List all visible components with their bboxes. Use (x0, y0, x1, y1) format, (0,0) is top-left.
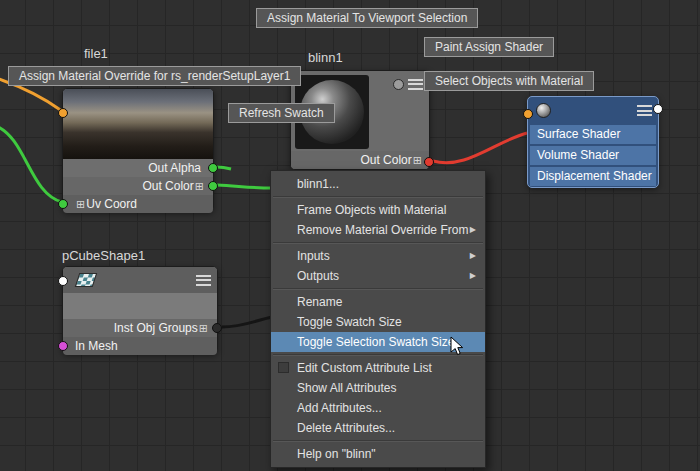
node-state-dot[interactable] (393, 79, 404, 90)
menu-item-inputs[interactable]: Inputs▶ (271, 246, 485, 266)
refresh-swatch-button[interactable]: Refresh Swatch (228, 103, 335, 123)
displacement-shader-label: Displacement Shader (537, 169, 652, 183)
menu-item-rename[interactable]: Rename (271, 292, 485, 312)
node-title-blinn1: blinn1 (308, 50, 343, 65)
file1-texture-swatch (63, 89, 213, 159)
mesh-checker-icon (75, 273, 98, 287)
sg-input-port[interactable] (523, 109, 533, 119)
menu-separator (273, 242, 483, 244)
pcube-in-mesh-port[interactable] (58, 341, 68, 351)
file1-row-out-color[interactable]: Out Color⊞ (63, 177, 213, 195)
mouse-cursor (450, 336, 468, 358)
file1-out-alpha-port[interactable] (208, 163, 218, 173)
menu-item-toggle-swatch-size[interactable]: Toggle Swatch Size (271, 312, 485, 332)
pcube-header (63, 267, 217, 293)
wire-green-outcolor (217, 185, 272, 188)
pcube-header-port[interactable] (58, 276, 68, 286)
menu-item-frame-objects[interactable]: Frame Objects with Material (271, 200, 485, 220)
node-pcubeshape1[interactable]: Inst Obj Groups⊞ In Mesh (62, 266, 218, 354)
out-alpha-label: Out Alpha (148, 161, 201, 175)
wire-green-to-uvcoord (0, 126, 62, 202)
node-shading-group[interactable]: Surface Shader Volume Shader Displacemen… (527, 96, 659, 188)
pcube-row-inst-obj-groups[interactable]: Inst Obj Groups⊞ (63, 319, 217, 337)
in-mesh-label: In Mesh (75, 339, 118, 353)
file1-row-uv-coord[interactable]: ⊞Uv Coord (63, 195, 213, 213)
expand-box-icon[interactable]: ⊞ (198, 322, 209, 334)
menu-separator (273, 288, 483, 290)
pcube-row-in-mesh[interactable]: In Mesh (63, 337, 217, 355)
node-title-pcubeshape1: pCubeShape1 (62, 248, 145, 263)
uv-coord-label: Uv Coord (86, 197, 137, 211)
pcube-inst-obj-groups-port[interactable] (212, 323, 222, 333)
menu-item-label: Edit Custom Attribute List (297, 361, 432, 375)
expand-box-icon[interactable]: ⊞ (194, 180, 205, 192)
out-color-label: Out Color (360, 153, 411, 167)
context-menu: blinn1... Frame Objects with Material Re… (270, 170, 486, 468)
surface-shader-label: Surface Shader (537, 127, 620, 141)
shading-group-sphere-icon (536, 103, 551, 118)
out-color-label: Out Color (142, 179, 193, 193)
pcube-swatch-band (63, 293, 217, 319)
node-title-file1: file1 (84, 46, 108, 61)
menu-item-label: Remove Material Override From (297, 223, 468, 237)
wire-dark-instobjgroups (222, 317, 272, 327)
blinn1-out-color-port[interactable] (424, 157, 434, 167)
sg-row-displacement-shader[interactable]: Displacement Shader (530, 167, 656, 186)
hamburger-menu-icon[interactable] (196, 275, 211, 286)
menu-item-show-all-attributes[interactable]: Show All Attributes (271, 378, 485, 398)
select-objects-with-material-button[interactable]: Select Objects with Material (424, 71, 594, 91)
menu-item-label: Outputs (297, 269, 339, 283)
submenu-arrow-icon: ▶ (470, 220, 476, 240)
context-menu-title: blinn1... (271, 174, 485, 194)
menu-separator (273, 440, 483, 442)
submenu-arrow-icon: ▶ (470, 246, 476, 266)
menu-item-remove-material-override[interactable]: Remove Material Override From▶ (271, 220, 485, 240)
inst-obj-groups-label: Inst Obj Groups (114, 321, 198, 335)
blinn1-row-out-color[interactable]: Out Color⊞ (291, 151, 429, 169)
paint-assign-shader-button[interactable]: Paint Assign Shader (424, 37, 554, 57)
node-file1[interactable]: Out Alpha Out Color⊞ ⊞Uv Coord (62, 88, 214, 212)
menu-item-label: Inputs (297, 249, 330, 263)
file1-row-out-alpha[interactable]: Out Alpha (63, 159, 213, 177)
submenu-arrow-icon: ▶ (470, 266, 476, 286)
wire-green-outalpha-stub (217, 167, 231, 169)
menu-item-edit-custom-attribute-list[interactable]: Edit Custom Attribute List (271, 358, 485, 378)
menu-item-add-attributes[interactable]: Add Attributes... (271, 398, 485, 418)
expand-box-icon[interactable]: ⊞ (412, 154, 423, 166)
file1-out-color-port[interactable] (208, 181, 218, 191)
menu-item-outputs[interactable]: Outputs▶ (271, 266, 485, 286)
sg-row-surface-shader[interactable]: Surface Shader (530, 125, 656, 144)
hamburger-menu-icon[interactable] (408, 79, 423, 90)
file1-uv-coord-port[interactable] (58, 199, 68, 209)
sg-output-port[interactable] (653, 104, 663, 114)
hamburger-menu-icon[interactable] (637, 105, 652, 116)
file1-input-port[interactable] (58, 108, 68, 118)
menu-item-delete-attributes[interactable]: Delete Attributes... (271, 418, 485, 438)
menu-item-help-on-blinn[interactable]: Help on "blinn" (271, 444, 485, 464)
assign-material-override-button[interactable]: Assign Material Override for rs_renderSe… (8, 66, 301, 86)
checkbox-icon[interactable] (278, 362, 289, 373)
sg-row-volume-shader[interactable]: Volume Shader (530, 146, 656, 165)
volume-shader-label: Volume Shader (537, 148, 619, 162)
wire-red-outcolor-to-sg (433, 133, 527, 163)
assign-material-viewport-button[interactable]: Assign Material To Viewport Selection (256, 8, 478, 28)
expand-box-icon[interactable]: ⊞ (75, 198, 86, 210)
menu-separator (273, 196, 483, 198)
